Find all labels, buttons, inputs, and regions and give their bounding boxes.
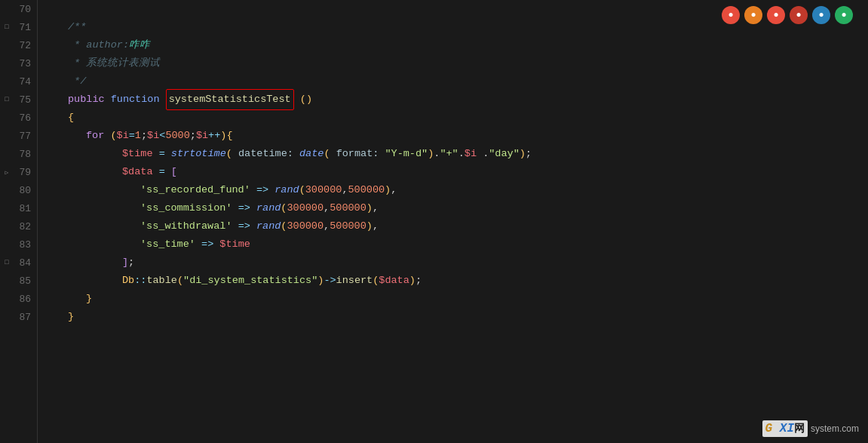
ie-icon[interactable]: ● (812, 6, 830, 24)
line-number-81: 81 (0, 199, 37, 217)
chrome-dev-icon[interactable]: ● (790, 6, 808, 24)
line-number-86: 86 (0, 290, 37, 308)
browser-icons-bar[interactable]: ● ● ● ● ● ● (722, 6, 853, 24)
code-line-82: 'ss_withdrawal' => rand ( 300000 , 50000… (50, 217, 868, 235)
code-editor: ● ● ● ● ● ● 70 71 72 73 (0, 0, 868, 443)
keyword-function: function (111, 91, 160, 109)
code-area: 70 71 72 73 74 75 (0, 0, 868, 443)
code-line-76: { (50, 109, 868, 127)
code-line-78: $time = strtotime ( datetime: date ( for… (50, 145, 868, 163)
line-number-76: 76 (0, 109, 37, 127)
code-line-79: $data = [ (50, 163, 868, 181)
line-number-72: 72 (0, 36, 37, 54)
line-number-75: 75 (0, 91, 37, 109)
method-table: table (146, 272, 177, 290)
keyword-for: for (86, 127, 104, 145)
code-line-84: ] ; (50, 254, 868, 272)
line-numbers: 70 71 72 73 74 75 (0, 0, 38, 443)
line-number-87: 87 (0, 308, 37, 326)
line-number-79: 79 (0, 163, 37, 181)
line-number-85: 85 (0, 272, 37, 290)
code-line-72: * author:咋咋 (50, 36, 868, 54)
comment-open: /** (68, 18, 86, 36)
func-date: date (299, 145, 324, 163)
code-line-85: Db :: table ( "di_system_statistics" ) -… (50, 272, 868, 290)
func-rand-82: rand (256, 217, 281, 235)
code-content: /** * author:咋咋 * 系统统计表测试 */ public func… (38, 0, 868, 443)
line-number-70: 70 (0, 0, 37, 18)
func-rand-81: rand (256, 199, 281, 217)
comment-close: */ (68, 72, 86, 91)
firefox-icon[interactable]: ● (744, 6, 762, 24)
code-line-87: } (50, 308, 868, 326)
opera-icon[interactable]: ● (767, 6, 785, 24)
line-number-73: 73 (0, 54, 37, 72)
line-number-83: 83 (0, 235, 37, 254)
brace-open: { (68, 109, 74, 127)
comment-author: * author: (68, 36, 129, 54)
fold-icon-71[interactable] (3, 23, 11, 31)
function-name-highlight: systemStatisticsTest (166, 89, 294, 110)
line-number-71: 71 (0, 18, 37, 36)
code-line-83: 'ss_time' => $time (50, 235, 868, 254)
comment-desc: * 系统统计表测试 (68, 54, 160, 72)
fold-icon-79[interactable] (3, 168, 11, 176)
edge-icon[interactable]: ● (835, 6, 853, 24)
code-line-86: } (50, 290, 868, 308)
class-db: Db (122, 272, 134, 290)
method-insert: insert (336, 272, 373, 290)
fold-icon-84[interactable] (3, 259, 11, 266)
func-strtotime: strtotime (171, 145, 226, 163)
func-rand-80: rand (275, 181, 299, 199)
fold-icon-75[interactable] (3, 96, 11, 103)
line-number-82: 82 (0, 217, 37, 235)
keyword-public: public (68, 91, 105, 109)
chrome-icon[interactable]: ● (722, 6, 740, 24)
code-line-75: public function systemStatisticsTest ( ) (50, 91, 868, 109)
line-number-78: 78 (0, 145, 37, 163)
line-number-84: 84 (0, 254, 37, 272)
code-line-73: * 系统统计表测试 (50, 54, 868, 72)
watermark-logo: G XI网 (762, 420, 808, 437)
line-number-74: 74 (0, 72, 37, 91)
line-number-77: 77 (0, 127, 37, 145)
code-line-77: for ( $i = 1 ; $i < 5000 ; $i ++ ) { (50, 127, 868, 145)
watermark-url: system.com (811, 423, 859, 434)
watermark: G XI网 system.com (762, 420, 859, 437)
code-line-81: 'ss_commission' => rand ( 300000 , 50000… (50, 199, 868, 217)
code-line-80: 'ss_recorded_fund' => rand ( 300000 , 50… (50, 181, 868, 199)
line-number-80: 80 (0, 181, 37, 199)
code-line-74: */ (50, 72, 868, 91)
